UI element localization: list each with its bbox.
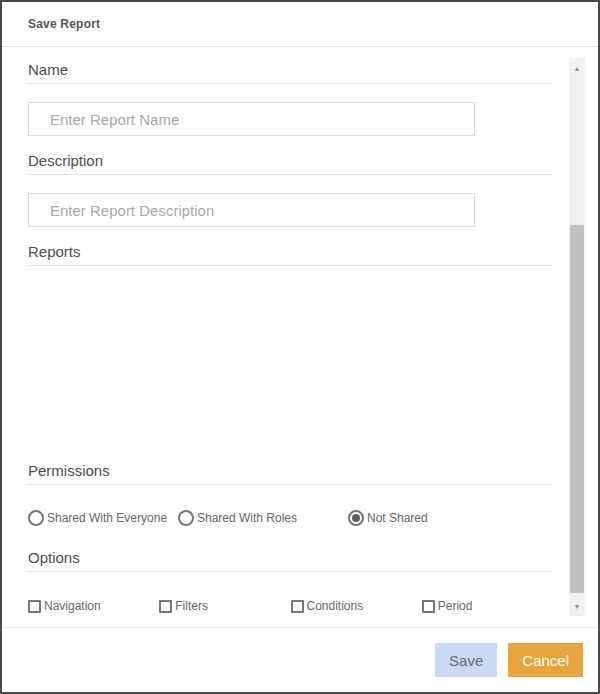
- checkbox-label: Period: [438, 599, 473, 613]
- scroll-up-icon[interactable]: ▲: [569, 60, 585, 76]
- checkbox-period[interactable]: Period: [422, 599, 553, 613]
- dialog-header: Save Report: [2, 2, 598, 47]
- scrollbar-thumb[interactable]: [570, 225, 584, 593]
- description-label: Description: [28, 152, 553, 175]
- radio-icon[interactable]: [348, 510, 364, 526]
- radio-label: Not Shared: [367, 511, 428, 525]
- radio-label: Shared With Roles: [197, 511, 297, 525]
- checkbox-icon[interactable]: [159, 600, 172, 613]
- permissions-label: Permissions: [28, 462, 553, 485]
- checkbox-icon[interactable]: [291, 600, 304, 613]
- checkbox-icon[interactable]: [28, 600, 41, 613]
- dialog-title: Save Report: [28, 17, 100, 31]
- radio-shared-with-roles[interactable]: Shared With Roles: [178, 510, 348, 526]
- save-report-dialog: Save Report Name Description Reports Per…: [0, 0, 600, 694]
- checkbox-navigation[interactable]: Navigation: [28, 599, 159, 613]
- dialog-footer: Save Cancel: [2, 627, 598, 692]
- name-label: Name: [28, 61, 553, 84]
- radio-not-shared[interactable]: Not Shared: [348, 510, 428, 526]
- report-name-input[interactable]: [28, 102, 475, 136]
- vertical-scrollbar[interactable]: ▲ ▼: [569, 58, 585, 616]
- radio-icon[interactable]: [28, 510, 44, 526]
- scroll-down-icon[interactable]: ▼: [569, 598, 585, 614]
- checkbox-filters[interactable]: Filters: [159, 599, 290, 613]
- options-label: Options: [28, 549, 553, 572]
- radio-icon[interactable]: [178, 510, 194, 526]
- reports-label: Reports: [28, 243, 553, 266]
- cancel-button[interactable]: Cancel: [508, 643, 583, 677]
- checkbox-conditions[interactable]: Conditions: [291, 599, 422, 613]
- reports-list-area: [28, 266, 553, 462]
- checkbox-label: Filters: [175, 599, 208, 613]
- checkbox-label: Conditions: [307, 599, 364, 613]
- save-button[interactable]: Save: [435, 643, 497, 677]
- options-checkbox-group: Navigation Filters Conditions Period: [28, 597, 553, 615]
- checkbox-label: Navigation: [44, 599, 101, 613]
- checkbox-icon[interactable]: [422, 600, 435, 613]
- report-description-input[interactable]: [28, 193, 475, 227]
- permissions-radio-group: Shared With Everyone Shared With Roles N…: [28, 508, 553, 528]
- radio-shared-with-everyone[interactable]: Shared With Everyone: [28, 510, 178, 526]
- dialog-body: Name Description Reports Permissions Sha…: [2, 47, 598, 627]
- radio-label: Shared With Everyone: [47, 511, 167, 525]
